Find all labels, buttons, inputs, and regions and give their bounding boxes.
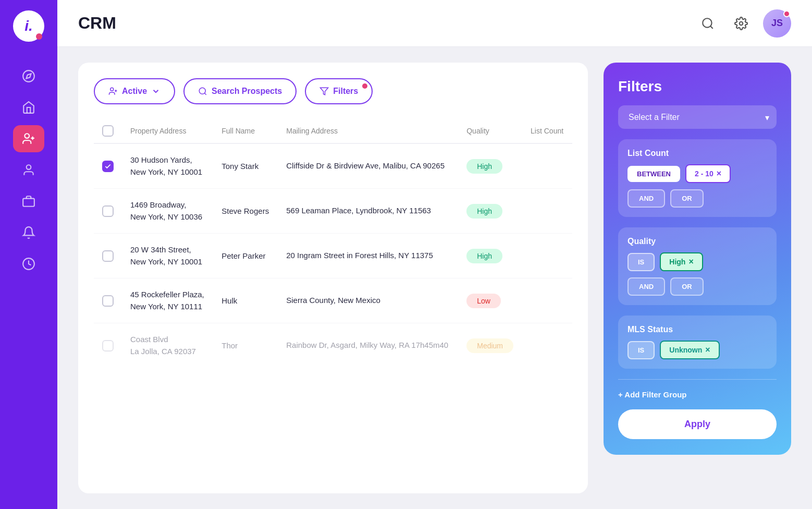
cell-quality: Medium xyxy=(458,323,522,368)
svg-point-5 xyxy=(27,165,31,169)
col-quality: Quality xyxy=(458,119,522,143)
cell-list-count xyxy=(522,189,572,234)
active-label: Active xyxy=(122,87,147,96)
mls-filter-row: IS Unknown × xyxy=(628,341,767,359)
sidebar: i. xyxy=(0,0,57,509)
svg-line-15 xyxy=(205,93,206,94)
col-property-address: Property Address xyxy=(122,119,213,143)
person-icon xyxy=(22,163,35,177)
svg-marker-1 xyxy=(26,74,31,78)
svg-marker-16 xyxy=(321,88,328,95)
active-button[interactable]: Active xyxy=(94,78,175,104)
filter-group-mls-label: MLS Status xyxy=(628,325,767,334)
list-count-tag-text: 2 - 10 xyxy=(695,169,713,178)
row-checkbox-3[interactable] xyxy=(102,295,114,307)
table-header-row: Property Address Full Name Mailing Addre… xyxy=(94,119,572,143)
sidebar-item-notifications[interactable] xyxy=(13,219,44,246)
cell-quality: High xyxy=(458,189,522,234)
filters-label: Filters xyxy=(333,87,358,96)
filter-group-quality: Quality IS High × AND OR xyxy=(618,227,777,305)
quality-badge: Low xyxy=(466,294,501,308)
header: CRM JS xyxy=(57,0,812,47)
settings-button[interactable] xyxy=(730,12,753,35)
quality-connectors: AND OR xyxy=(628,277,767,296)
prospects-table-wrapper: Property Address Full Name Mailing Addre… xyxy=(94,119,572,478)
sidebar-item-dashboard[interactable] xyxy=(13,63,44,90)
cell-property-address: 1469 Broadway,New York, NY 10036 xyxy=(122,189,213,234)
list-count-tag-close[interactable]: × xyxy=(717,169,721,178)
quality-badge: High xyxy=(466,249,502,263)
cell-property-address: Coast BlvdLa Jolla, CA 92037 xyxy=(122,323,213,368)
cell-quality: Low xyxy=(458,278,522,323)
cell-mailing-address: 569 Leaman Place, Lyndbrook, NY 11563 xyxy=(278,189,458,234)
quality-and-btn[interactable]: AND xyxy=(628,277,665,296)
cell-mailing-address: Sierra County, New Mexico xyxy=(278,278,458,323)
col-full-name: Full Name xyxy=(213,119,278,143)
filter-divider xyxy=(618,379,777,380)
filter-group-mls-status: MLS Status IS Unknown × xyxy=(618,316,777,369)
between-button[interactable]: BETWEEN xyxy=(628,166,680,182)
gear-icon xyxy=(734,17,748,30)
cell-list-count xyxy=(522,143,572,189)
row-checkbox-4[interactable] xyxy=(102,340,114,352)
apply-button[interactable]: Apply xyxy=(618,409,777,439)
app-logo[interactable]: i. xyxy=(13,10,44,42)
avatar-notification-dot xyxy=(783,10,790,17)
row-checkbox-2[interactable] xyxy=(102,250,114,262)
search-prospects-icon xyxy=(198,87,207,96)
table-row: 20 W 34th Street,New York, NY 10001Peter… xyxy=(94,234,572,278)
mls-is-btn[interactable]: IS xyxy=(628,341,655,359)
cell-list-count xyxy=(522,278,572,323)
cell-property-address: 45 Rockefeller Plaza,New York, NY 10111 xyxy=(122,278,213,323)
bell-icon xyxy=(22,226,35,239)
cell-quality: High xyxy=(458,143,522,189)
logo-text: i. xyxy=(24,18,33,34)
quality-badge: High xyxy=(466,204,502,219)
sidebar-item-contacts[interactable] xyxy=(13,156,44,184)
filter-panel: Filters Select a Filter ▾ List Count BET… xyxy=(604,63,791,455)
add-filter-group-btn[interactable]: + Add Filter Group xyxy=(618,390,777,399)
home-icon xyxy=(22,101,35,114)
prospects-table: Property Address Full Name Mailing Addre… xyxy=(94,119,572,368)
cell-full-name: Steve Rogers xyxy=(213,189,278,234)
quality-badge: High xyxy=(466,159,502,174)
mls-tag-close[interactable]: × xyxy=(705,346,710,354)
svg-line-9 xyxy=(710,26,713,29)
svg-point-10 xyxy=(740,21,743,25)
table-row: Coast BlvdLa Jolla, CA 92037ThorRainbow … xyxy=(94,323,572,368)
page-title: CRM xyxy=(78,14,696,33)
svg-point-11 xyxy=(110,88,114,91)
filter-between-row: BETWEEN 2 - 10 × xyxy=(628,164,767,183)
search-prospects-label: Search Prospects xyxy=(212,87,282,96)
cell-mailing-address: Cliffside Dr & Birdview Ave, Malibu, CA … xyxy=(278,143,458,189)
sidebar-item-home[interactable] xyxy=(13,94,44,121)
sidebar-item-prospects[interactable] xyxy=(13,125,44,152)
filter-group-list-count: List Count BETWEEN 2 - 10 × AND OR xyxy=(618,139,777,217)
list-count-and-btn[interactable]: AND xyxy=(628,189,665,208)
filter-select[interactable]: Select a Filter xyxy=(618,105,777,129)
select-all-checkbox[interactable] xyxy=(102,125,114,137)
filter-group-quality-label: Quality xyxy=(628,237,767,246)
search-button[interactable] xyxy=(696,12,719,35)
cell-full-name: Tony Stark xyxy=(213,143,278,189)
search-icon xyxy=(701,17,715,30)
mls-unknown-tag: Unknown × xyxy=(660,341,719,359)
sidebar-item-history[interactable] xyxy=(13,250,44,277)
filters-button[interactable]: Filters xyxy=(305,78,373,104)
svg-rect-6 xyxy=(23,199,34,207)
quality-filter-row: IS High × xyxy=(628,252,767,271)
sidebar-item-jobs[interactable] xyxy=(13,188,44,215)
user-avatar[interactable]: JS xyxy=(763,9,791,38)
row-checkbox-0[interactable] xyxy=(102,161,114,172)
quality-tag-close[interactable]: × xyxy=(688,258,693,266)
list-count-or-btn[interactable]: OR xyxy=(670,189,704,208)
quality-or-btn[interactable]: OR xyxy=(670,277,704,296)
row-checkbox-1[interactable] xyxy=(102,205,114,217)
quality-is-btn[interactable]: IS xyxy=(628,253,655,271)
select-all-header xyxy=(94,119,122,143)
content-area: Active Search Prospects Filters xyxy=(57,47,812,509)
search-prospects-button[interactable]: Search Prospects xyxy=(183,78,297,104)
header-actions: JS xyxy=(696,9,791,38)
cell-list-count xyxy=(522,234,572,278)
compass-icon xyxy=(22,69,35,83)
